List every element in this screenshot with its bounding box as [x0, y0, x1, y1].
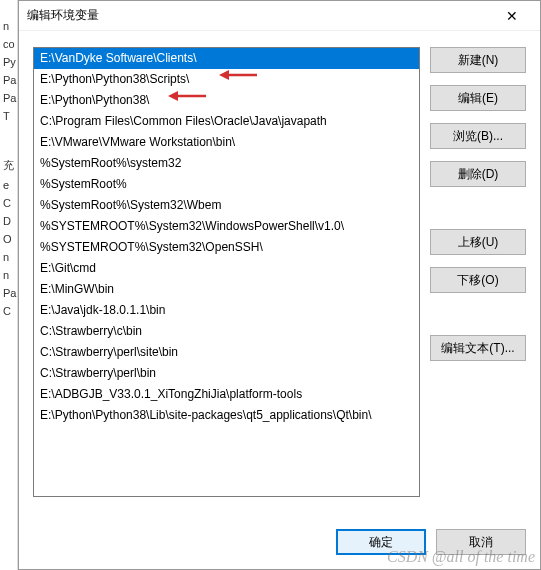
list-item[interactable]: E:\Git\cmd	[34, 258, 419, 279]
bg-label-fragment: n	[0, 251, 17, 263]
ok-button[interactable]: 确定	[336, 529, 426, 555]
titlebar: 编辑环境变量 ✕	[19, 1, 540, 31]
close-icon[interactable]: ✕	[492, 2, 532, 30]
svg-marker-1	[219, 70, 229, 80]
annotation-arrow-icon	[219, 69, 259, 84]
bg-label-fragment: Pa	[0, 74, 17, 86]
bg-label-fragment: O	[0, 233, 17, 245]
cancel-button[interactable]: 取消	[436, 529, 526, 555]
bg-label-fragment: D	[0, 215, 17, 227]
browse-button[interactable]: 浏览(B)...	[430, 123, 526, 149]
bg-label-fragment: e	[0, 179, 17, 191]
list-item[interactable]: %SystemRoot%\System32\Wbem	[34, 195, 419, 216]
bg-label-fragment: Pa	[0, 287, 17, 299]
background-window-strip: ncoPyPaPaT充eCDOnnPaC	[0, 0, 18, 570]
list-item[interactable]: %SYSTEMROOT%\System32\OpenSSH\	[34, 237, 419, 258]
bg-label-fragment: C	[0, 197, 17, 209]
list-item[interactable]: E:\MinGW\bin	[34, 279, 419, 300]
bg-label-fragment: n	[0, 269, 17, 281]
window-title: 编辑环境变量	[27, 7, 492, 24]
new-button[interactable]: 新建(N)	[430, 47, 526, 73]
list-item[interactable]: E:\Python\Python38\	[34, 90, 419, 111]
bg-label-fragment: C	[0, 305, 17, 317]
list-item[interactable]: C:\Strawberry\c\bin	[34, 321, 419, 342]
svg-marker-3	[168, 91, 178, 101]
list-item[interactable]: %SystemRoot%\system32	[34, 153, 419, 174]
delete-button[interactable]: 删除(D)	[430, 161, 526, 187]
bg-label-fragment: Py	[0, 56, 17, 68]
list-item[interactable]: E:\VMware\VMware Workstation\bin\	[34, 132, 419, 153]
list-item[interactable]: C:\Program Files\Common Files\Oracle\Jav…	[34, 111, 419, 132]
list-item[interactable]: C:\Strawberry\perl\site\bin	[34, 342, 419, 363]
dialog-content: E:\VanDyke Software\Clients\E:\Python\Py…	[19, 31, 540, 519]
list-item[interactable]: E:\Python\Python38\Lib\site-packages\qt5…	[34, 405, 419, 426]
list-item[interactable]: %SYSTEMROOT%\System32\WindowsPowerShell\…	[34, 216, 419, 237]
move-up-button[interactable]: 上移(U)	[430, 229, 526, 255]
annotation-arrow-icon	[168, 90, 208, 105]
bg-label-fragment: Pa	[0, 92, 17, 104]
bg-label-fragment: co	[0, 38, 17, 50]
path-listbox[interactable]: E:\VanDyke Software\Clients\E:\Python\Py…	[33, 47, 420, 497]
bg-label-fragment: n	[0, 20, 17, 32]
list-item[interactable]: %SystemRoot%	[34, 174, 419, 195]
list-item[interactable]: C:\Strawberry\perl\bin	[34, 363, 419, 384]
move-down-button[interactable]: 下移(O)	[430, 267, 526, 293]
list-item[interactable]: E:\VanDyke Software\Clients\	[34, 48, 419, 69]
bg-label-fragment: 充	[0, 158, 17, 173]
list-item[interactable]: E:\Java\jdk-18.0.1.1\bin	[34, 300, 419, 321]
list-item[interactable]: E:\ADBGJB_V33.0.1_XiTongZhiJia\platform-…	[34, 384, 419, 405]
edit-button[interactable]: 编辑(E)	[430, 85, 526, 111]
bg-label-fragment: T	[0, 110, 17, 122]
list-item[interactable]: E:\Python\Python38\Scripts\	[34, 69, 419, 90]
edit-text-button[interactable]: 编辑文本(T)...	[430, 335, 526, 361]
button-column: 新建(N) 编辑(E) 浏览(B)... 删除(D) 上移(U) 下移(O) 编…	[430, 47, 526, 515]
dialog-footer: 确定 取消	[19, 519, 540, 569]
edit-env-dialog: 编辑环境变量 ✕ E:\VanDyke Software\Clients\E:\…	[18, 0, 541, 570]
